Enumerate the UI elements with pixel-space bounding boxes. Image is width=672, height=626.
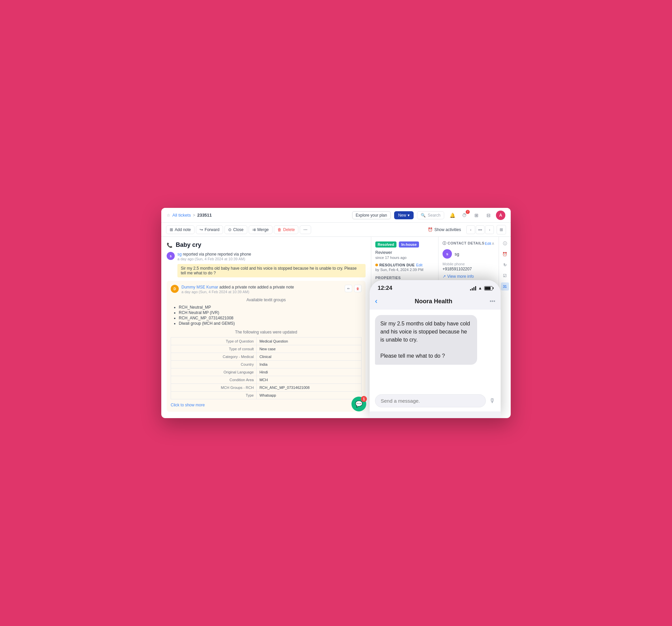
signal-icon xyxy=(470,286,476,291)
toolbar-right: ⏰ Show activities ‹ ••• › ⊞ xyxy=(425,225,506,234)
forward-button[interactable]: ↪ Forward xyxy=(196,225,223,234)
battery-icon xyxy=(484,286,493,291)
delete-note-button[interactable]: 🗑 xyxy=(354,285,362,292)
since-label: since 17 hours ago xyxy=(375,256,434,259)
notification-count: 1 xyxy=(361,396,367,402)
phone-status-bar: 12:24 ▲ xyxy=(369,280,501,294)
clock-badge: 7 xyxy=(466,210,470,214)
breadcrumb: ☆ All tickets > 233511 xyxy=(167,212,212,218)
sidebar-number-badge[interactable]: 31 xyxy=(501,282,509,291)
reporter-row: s sg reported via phone reported via pho… xyxy=(167,252,365,261)
chat-input[interactable] xyxy=(375,394,486,407)
reporter-action: reported via phone xyxy=(183,252,216,256)
layout-grid-button[interactable]: ⊞ xyxy=(497,225,506,234)
note-section: D Dummy MSE Kumar added a private note a… xyxy=(167,281,365,412)
message-bubble: Sir my 2.5 months old baby have cold and… xyxy=(375,315,477,365)
phone-time: 12:24 xyxy=(378,285,392,292)
more-arrows-button[interactable]: ••• xyxy=(476,225,484,234)
contact-edit-link[interactable]: Edit xyxy=(485,242,491,246)
user-avatar[interactable]: A xyxy=(496,210,505,220)
explore-plan-button[interactable]: Explore your plan xyxy=(352,211,391,219)
grid-icon[interactable]: ⊞ xyxy=(472,210,481,220)
resolution-date: by Sun, Feb 4, 2024 2:39 PM xyxy=(375,268,434,272)
add-icon: ⊞ xyxy=(170,227,173,232)
properties-label: PROPERTIES xyxy=(375,276,434,280)
note-author-name[interactable]: Dummy MSE Kumar xyxy=(182,285,218,290)
phone-more-button[interactable]: ••• xyxy=(489,298,495,304)
reporter-name[interactable]: sg xyxy=(177,252,182,256)
resolution-edit-link[interactable]: Edit xyxy=(416,263,422,267)
nav-arrows: ‹ ••• › xyxy=(466,225,494,234)
clock-activities-icon: ⏰ xyxy=(428,227,433,232)
ticket-title-row: 📞 Baby cry xyxy=(167,242,365,249)
next-arrow-button[interactable]: › xyxy=(485,225,494,234)
phone-contact-name: Noora Health xyxy=(381,298,485,305)
mobile-phone-value: +918591102207 xyxy=(442,267,495,271)
bell-icon[interactable]: 🔔 xyxy=(448,210,457,220)
chat-messages: Sir my 2.5 months old baby have cold and… xyxy=(369,310,501,390)
table-row: MCH Groups - RCH RCH_ANC_MP_07314621008 xyxy=(171,384,362,392)
edit-note-button[interactable]: ✏ xyxy=(345,285,352,292)
clock-icon[interactable]: ⏱ 7 xyxy=(460,210,469,220)
sidebar-clock-icon[interactable]: ⏰ xyxy=(501,250,509,258)
contact-details-title: ⓘ CONTACT DETAILS xyxy=(442,241,484,246)
table-row: Condition Area MCH xyxy=(171,376,362,384)
prev-arrow-button[interactable]: ‹ xyxy=(466,225,475,234)
merge-button[interactable]: ⇉ Merge xyxy=(249,225,272,234)
phone-status-icons: ▲ xyxy=(470,286,493,291)
list-item: RCH Neutral MP (IVR) xyxy=(179,310,362,315)
ticket-title: Baby cry xyxy=(176,242,201,249)
phone-chat-header: ‹ Noora Health ••• xyxy=(369,294,501,310)
note-time: a day ago (Sun, 4 Feb 2024 at 10:39 AM) xyxy=(182,290,249,294)
note-author-avatar: D xyxy=(171,285,179,293)
sidebar-info-icon[interactable]: ⓘ xyxy=(501,240,509,248)
phone-back-button[interactable]: ‹ xyxy=(375,297,377,306)
list-item: Diwali group (MCH and GEMS) xyxy=(179,321,362,326)
close-circle-icon: ⊙ xyxy=(228,227,232,232)
expand-icon[interactable]: ∧ xyxy=(491,241,495,246)
message-highlight[interactable]: Sir my 2.5 months old baby have cold and… xyxy=(177,264,365,277)
show-activities-button[interactable]: ⏰ Show activities xyxy=(425,226,464,233)
resolution-label: RESOLUTION DUE xyxy=(379,263,415,267)
view-more-info-link[interactable]: ↗ View more info xyxy=(442,274,495,279)
toolbar: ⊞ Add note ↪ Forward ⊙ Close ⇉ Merge 🗑 D… xyxy=(161,223,511,237)
chat-input-area: 🎙 xyxy=(369,390,501,411)
forward-icon: ↪ xyxy=(199,227,203,232)
note-action-text: added a private note xyxy=(219,285,256,290)
toolbar-left: ⊞ Add note ↪ Forward ⊙ Close ⇉ Merge 🗑 D… xyxy=(166,225,311,234)
textit-groups-label: Available textit groups xyxy=(171,298,362,302)
resolution-row: RESOLUTION DUE Edit xyxy=(375,263,434,267)
more-button[interactable]: ⋯ xyxy=(300,225,311,234)
new-button[interactable]: New ▾ xyxy=(394,211,414,219)
sidebar-refresh-icon[interactable]: ↻ xyxy=(501,261,509,269)
layout-icon[interactable]: ⊟ xyxy=(484,210,493,220)
ticket-number: 233511 xyxy=(197,212,212,218)
microphone-icon[interactable]: 🎙 xyxy=(489,397,495,404)
show-more-link[interactable]: Click to show more xyxy=(171,403,205,407)
resolved-badge: Resolved xyxy=(375,242,397,248)
add-note-button[interactable]: ⊞ Add note xyxy=(166,225,195,234)
table-row: Country India xyxy=(171,361,362,369)
contact-name[interactable]: sg xyxy=(455,252,459,256)
search-box[interactable]: 🔍 Search xyxy=(417,211,444,219)
reporter-via: reported via phone xyxy=(217,252,251,256)
list-item: RCH_Neutral_MP xyxy=(179,305,362,310)
breadcrumb-separator: > xyxy=(193,213,195,218)
all-tickets-link[interactable]: All tickets xyxy=(172,212,191,218)
groups-list: RCH_Neutral_MP RCH Neutral MP (IVR) RCH_… xyxy=(171,305,362,326)
close-button[interactable]: ⊙ Close xyxy=(224,225,247,234)
note-header: D Dummy MSE Kumar added a private note a… xyxy=(171,285,362,294)
reviewer-label: Reviewer xyxy=(375,250,434,255)
delete-button[interactable]: 🗑 Delete xyxy=(274,225,299,234)
values-table: Type of Question Medical Question Type o… xyxy=(171,337,362,399)
reporter-info: sg reported via phone reported via phone… xyxy=(177,252,251,261)
top-nav: ☆ All tickets > 233511 Explore your plan… xyxy=(161,208,511,223)
reporter-avatar: s xyxy=(167,252,175,260)
table-row: Category - Medical Clinical xyxy=(171,353,362,361)
phone-icon: 📞 xyxy=(167,243,172,248)
sidebar-checklist-icon[interactable]: ☑ xyxy=(501,272,509,280)
reporter-time: a day ago (Sun, 4 Feb 2024 at 10:39 AM) xyxy=(177,257,245,261)
notification-badge[interactable]: 💬 1 xyxy=(352,397,366,411)
star-icon[interactable]: ☆ xyxy=(167,213,170,218)
external-link-icon: ↗ xyxy=(442,274,446,279)
